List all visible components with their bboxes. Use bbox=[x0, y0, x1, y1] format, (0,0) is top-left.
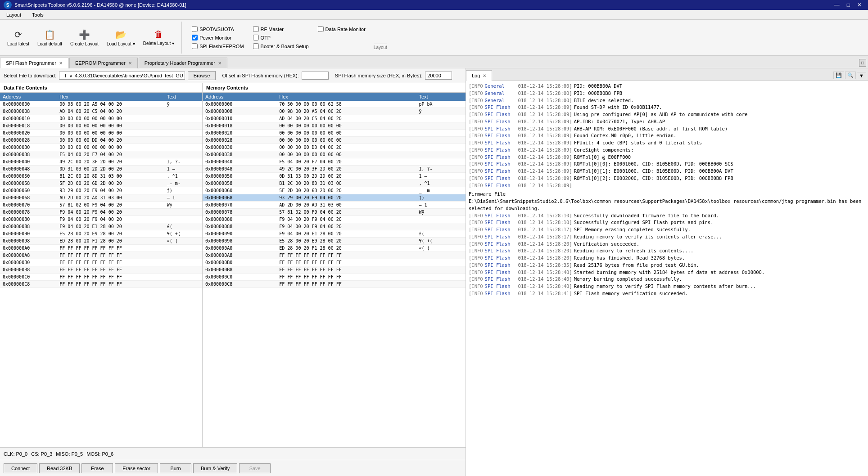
toolbar-spota-item[interactable]: SPOTA/SUOTA bbox=[189, 25, 246, 33]
connect-button[interactable]: Connect bbox=[4, 463, 37, 473]
browse-button[interactable]: Browse bbox=[188, 71, 216, 80]
table-row[interactable]: 0x00000088 F9 04 00 20 F9 04 00 20 bbox=[203, 223, 466, 230]
table-row[interactable]: 0x00000098 E5 28 00 20 E9 28 00 20 ¥( +( bbox=[203, 238, 466, 245]
powermon-checkbox[interactable] bbox=[192, 35, 198, 40]
table-row[interactable]: 0x00000018 00 00 00 00 00 00 00 00 bbox=[0, 122, 202, 130]
table-row[interactable]: 0x00000010 00 00 00 00 00 00 00 00 bbox=[0, 115, 202, 122]
table-row[interactable]: 0x00000030 00 00 00 00 00 00 00 00 bbox=[0, 144, 202, 151]
table-row[interactable]: 0x00000090 F9 04 00 20 E1 28 00 20 £( bbox=[203, 230, 466, 238]
load-layout-button[interactable]: 📂 Load Layout ▾ bbox=[103, 27, 139, 48]
table-row[interactable]: 0x000000A8 FF FF FF FF FF FF FF FF bbox=[203, 252, 466, 259]
memory-hex-table-container[interactable]: Address Hex Text 0x00000000 70 50 00 00 … bbox=[203, 93, 466, 447]
table-row[interactable]: 0x000000B8 FF FF FF FF FF FF FF FF bbox=[203, 266, 466, 274]
table-row[interactable]: 0x00000058 B1 2C 00 20 8D 31 03 00 , ^1 bbox=[203, 180, 466, 187]
burn-button[interactable]: Burn bbox=[160, 463, 191, 473]
menu-layout[interactable]: Layout bbox=[4, 11, 24, 18]
load-latest-button[interactable]: ⟳ Load latest bbox=[4, 27, 33, 48]
table-row[interactable]: 0x000000C0 FF FF FF FF FF FF FF FF bbox=[0, 274, 202, 281]
table-row[interactable]: 0x000000B0 FF FF FF FF FF FF FF FF bbox=[0, 259, 202, 266]
otp-checkbox[interactable] bbox=[253, 35, 259, 40]
table-row[interactable]: 0x00000008 00 98 00 20 A5 04 00 20 ÿ bbox=[203, 108, 466, 115]
table-row[interactable]: 0x000000A0 FF FF FF FF FF FF FF FF bbox=[0, 245, 202, 252]
toolbar-rfmaster-item[interactable]: RF Master bbox=[250, 25, 312, 33]
load-default-button[interactable]: 📋 Load default bbox=[34, 27, 66, 48]
minimize-button[interactable]: — bbox=[832, 2, 842, 8]
table-row[interactable]: 0x00000080 F9 04 00 20 F9 04 00 20 bbox=[0, 216, 202, 223]
log-filter-button[interactable]: 🔍 bbox=[845, 72, 856, 79]
table-row[interactable]: 0x00000070 57 81 02 00 F9 04 00 20 Wÿ bbox=[0, 202, 202, 209]
table-row[interactable]: 0x00000010 AD 04 00 20 C5 04 00 20 bbox=[203, 115, 466, 122]
table-row[interactable]: 0x00000070 AD 2D 00 20 AD 31 03 00 — 1 bbox=[203, 202, 466, 209]
tab-spi-flash[interactable]: SPI Flash Programmer ✕ bbox=[0, 58, 68, 68]
table-row[interactable]: 0x000000A8 FF FF FF FF FF FF FF FF bbox=[0, 252, 202, 259]
close-button[interactable]: ✕ bbox=[854, 2, 864, 8]
table-row[interactable]: 0x00000050 0D 31 03 00 2D 2D 00 20 1 — bbox=[203, 173, 466, 180]
log-tab-close[interactable]: ✕ bbox=[483, 73, 486, 78]
save-button[interactable]: Save bbox=[239, 463, 271, 473]
log-settings-button[interactable]: ▼ bbox=[857, 72, 866, 79]
delete-layout-button[interactable]: 🗑 Delete Layout ▾ bbox=[140, 27, 178, 48]
spota-checkbox[interactable] bbox=[192, 26, 198, 32]
table-row[interactable]: 0x00000078 57 81 02 00 F9 04 00 20 Wÿ bbox=[203, 209, 466, 216]
create-layout-button[interactable]: ➕ Create Layout bbox=[67, 27, 102, 48]
table-row[interactable]: 0x00000000 70 50 00 00 00 00 62 58 pP bX bbox=[203, 101, 466, 108]
table-row[interactable]: 0x00000048 49 2C 00 20 3F 2D 00 20 I, ?- bbox=[203, 166, 466, 173]
log-tab[interactable]: Log ✕ bbox=[466, 70, 492, 81]
file-path-input[interactable] bbox=[59, 72, 185, 80]
table-row[interactable]: 0x00000098 ED 28 00 20 F1 28 00 20 «( ( bbox=[0, 238, 202, 245]
table-row[interactable]: 0x00000000 00 98 00 20 A5 04 00 20 ÿ bbox=[0, 101, 202, 108]
erase-button[interactable]: Erase bbox=[81, 463, 113, 473]
tab-proprietary-close[interactable]: ✕ bbox=[218, 61, 222, 66]
toolbar-otp-item[interactable]: OTP bbox=[250, 34, 312, 41]
table-row[interactable]: 0x00000048 0D 31 03 00 2D 2D 00 20 1 — bbox=[0, 166, 202, 173]
tab-proprietary[interactable]: Proprietary Header Programmer ✕ bbox=[139, 58, 227, 68]
rfmaster-checkbox[interactable] bbox=[253, 26, 259, 32]
table-row[interactable]: 0x000000C8 FF FF FF FF FF FF FF FF bbox=[0, 281, 202, 288]
table-row[interactable]: 0x00000028 00 00 00 00 DD 04 00 20 bbox=[0, 137, 202, 144]
toolbar-spiflash-item[interactable]: SPI Flash/EEPROM bbox=[189, 42, 246, 50]
table-row[interactable]: 0x00000080 F9 04 00 20 F9 04 00 20 bbox=[203, 216, 466, 223]
table-row[interactable]: 0x000000A0 ED 28 00 20 F1 28 00 20 «( ( bbox=[203, 245, 466, 252]
tab-eeprom-close[interactable]: ✕ bbox=[128, 61, 132, 66]
datarate-checkbox[interactable] bbox=[318, 26, 324, 32]
table-row[interactable]: 0x00000060 93 29 00 20 F9 04 00 20 ƒ) bbox=[0, 187, 202, 194]
menu-tools[interactable]: Tools bbox=[29, 11, 46, 18]
log-save-button[interactable]: 💾 bbox=[833, 72, 844, 79]
table-row[interactable]: 0x00000018 00 00 00 00 00 00 00 00 bbox=[203, 122, 466, 130]
spiflash-checkbox[interactable] bbox=[192, 43, 198, 49]
table-row[interactable]: 0x00000090 E5 28 00 20 E9 28 00 20 ¥( +( bbox=[0, 230, 202, 238]
table-row[interactable]: 0x00000060 5F 2D 00 20 6D 2D 00 20 _- m- bbox=[203, 187, 466, 194]
maximize-button[interactable]: □ bbox=[844, 2, 853, 8]
table-row[interactable]: 0x00000068 93 29 00 20 F9 04 00 20 ƒ) bbox=[203, 194, 466, 202]
burn-verify-button[interactable]: Burn & Verify bbox=[193, 463, 237, 473]
table-row[interactable]: 0x00000078 F9 04 00 20 F9 04 00 20 bbox=[0, 209, 202, 216]
toolbar-booter-item[interactable]: Booter & Board Setup bbox=[250, 42, 312, 50]
table-row[interactable]: 0x00000020 00 00 00 00 00 00 00 00 bbox=[0, 130, 202, 137]
table-row[interactable]: 0x00000028 00 00 00 00 00 00 00 00 bbox=[203, 137, 466, 144]
table-row[interactable]: 0x00000030 00 00 00 00 DD 04 00 20 bbox=[203, 144, 466, 151]
erase-sector-button[interactable]: Erase sector bbox=[115, 463, 158, 473]
table-row[interactable]: 0x000000B8 FF FF FF FF FF FF FF FF bbox=[0, 266, 202, 274]
table-row[interactable]: 0x00000008 AD 04 00 20 C5 04 00 20 bbox=[0, 108, 202, 115]
table-row[interactable]: 0x000000C8 FF FF FF FF FF FF FF FF bbox=[203, 281, 466, 288]
toolbar-powermon-item[interactable]: Power Monitor bbox=[189, 34, 246, 41]
table-row[interactable]: 0x00000058 5F 2D 00 20 6D 2D 00 20 _- m- bbox=[0, 180, 202, 187]
table-row[interactable]: 0x00000020 00 00 00 00 00 00 00 00 bbox=[203, 130, 466, 137]
table-row[interactable]: 0x00000088 F9 04 00 20 E1 28 00 20 £( bbox=[0, 223, 202, 230]
table-row[interactable]: 0x00000068 AD 2D 00 20 AD 31 03 00 — 1 bbox=[0, 194, 202, 202]
data-hex-table-container[interactable]: Address Hex Text 0x00000000 00 98 00 20 … bbox=[0, 93, 202, 447]
table-row[interactable]: 0x00000040 49 2C 00 20 3F 2D 00 20 I, ?- bbox=[0, 158, 202, 166]
maximize-panel-button[interactable]: □ bbox=[859, 59, 866, 67]
table-row[interactable]: 0x00000050 B1 2C 00 20 8D 31 03 00 , ^1 bbox=[0, 173, 202, 180]
offset-input[interactable] bbox=[302, 72, 329, 80]
read-button[interactable]: Read 32KB bbox=[39, 463, 80, 473]
table-row[interactable]: 0x000000C0 FF FF FF FF FF FF FF FF bbox=[203, 274, 466, 281]
table-row[interactable]: 0x00000040 F5 04 00 20 F7 04 00 20 bbox=[203, 158, 466, 166]
tab-eeprom[interactable]: EEPROM Programmer ✕ bbox=[69, 58, 138, 68]
size-input[interactable] bbox=[425, 72, 452, 80]
table-row[interactable]: 0x00000038 00 00 00 00 00 00 00 00 bbox=[203, 151, 466, 158]
table-row[interactable]: 0x000000B0 FF FF FF FF FF FF FF FF bbox=[203, 259, 466, 266]
toolbar-datarate-item[interactable]: Data Rate Monitor bbox=[315, 25, 368, 33]
table-row[interactable]: 0x00000038 F5 04 00 20 F7 04 00 20 bbox=[0, 151, 202, 158]
booter-checkbox[interactable] bbox=[253, 43, 259, 49]
